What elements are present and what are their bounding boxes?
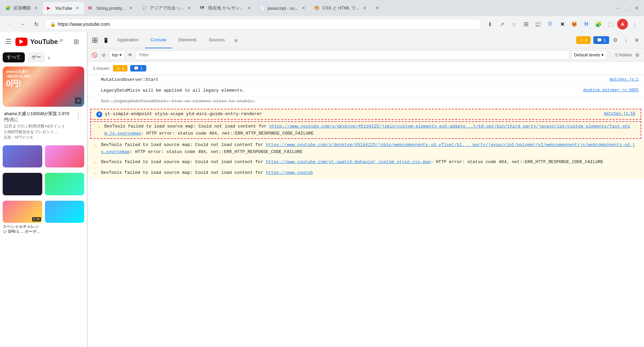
video-item-6[interactable] bbox=[45, 201, 85, 236]
tab-js-label: javascript - un... bbox=[268, 6, 299, 11]
tab-youtube-close[interactable]: ✕ bbox=[75, 5, 80, 11]
tab-maps-label: 現在地 からサン... bbox=[208, 5, 243, 11]
tab-extensions-favicon: 🧩 bbox=[5, 5, 11, 11]
video-item-3[interactable] bbox=[3, 173, 42, 198]
tab-elements[interactable]: Elements bbox=[173, 32, 202, 48]
chip-more-icon[interactable]: › bbox=[48, 54, 50, 61]
chip-all[interactable]: すべて bbox=[3, 52, 25, 62]
ext2-icon[interactable]: H bbox=[581, 19, 592, 30]
device-tool-button[interactable]: 📱 bbox=[101, 36, 110, 45]
tab-css[interactable]: 🎨 CSS と HTML で... ✕ bbox=[310, 2, 371, 14]
entry-6-warning-icon: ⚠ bbox=[93, 142, 98, 149]
bookmark-icon[interactable]: ☆ bbox=[508, 19, 519, 30]
profile-button[interactable]: A bbox=[617, 19, 628, 30]
tab-youtube[interactable]: ▶ YouTube ✕ bbox=[43, 2, 84, 14]
ext3-icon[interactable]: 🧩 bbox=[593, 19, 604, 30]
ext1-icon[interactable]: 🦊 bbox=[569, 19, 580, 30]
entry-7-url[interactable]: https://www.youtube.com/yt-swatch-behavi… bbox=[266, 159, 430, 164]
youtube-logo[interactable]: YouTube JP bbox=[15, 38, 63, 46]
ad-banner[interactable]: ahamo大盛り +80GB ¥1,980 0円! ↗ bbox=[3, 66, 84, 107]
devtools-more-button[interactable]: ⋮ bbox=[621, 36, 631, 45]
download-icon[interactable]: ⬇ bbox=[484, 19, 495, 30]
tab-asia-close[interactable]: ✕ bbox=[186, 5, 192, 11]
console-output: MutationObserver:Start matches.js:1 Lega… bbox=[88, 75, 644, 347]
info-badge[interactable]: 💬 1 bbox=[593, 36, 609, 44]
video-item-5[interactable]: 2:35 スペシャルチャレンジ SP6-1 ... ガーデ... bbox=[3, 201, 42, 236]
entry-4-link[interactable]: matches.js:10 bbox=[604, 111, 635, 117]
inspector-tool-button[interactable] bbox=[90, 36, 100, 45]
tab-sources[interactable]: Sources bbox=[204, 32, 230, 48]
svg-rect-2 bbox=[93, 41, 95, 43]
video-item-2[interactable] bbox=[45, 145, 85, 170]
back-button[interactable]: ← bbox=[4, 19, 15, 30]
entry-2-link[interactable]: desktop_polymer.js:9665 bbox=[583, 87, 639, 94]
tab-asia-favicon: 📰 bbox=[142, 5, 147, 11]
devtools-panel: 📱 Application Console Elements Sources »… bbox=[87, 32, 644, 347]
warning-badge[interactable]: ⚠ 4 bbox=[576, 36, 591, 44]
close-window-button[interactable]: ✕ bbox=[633, 5, 640, 11]
chip-game[interactable]: ゲー bbox=[28, 52, 45, 62]
console-entry-2: LegacyDataMixin will be applied to all l… bbox=[88, 86, 644, 97]
maximize-button[interactable]: ⬜ bbox=[624, 5, 631, 11]
tab-youtube-label: YouTube bbox=[55, 6, 72, 11]
issues-info-badge[interactable]: 💬 1 bbox=[130, 65, 146, 71]
lock-icon: 🔒 bbox=[50, 21, 56, 27]
context-selector[interactable]: top ▾ bbox=[109, 50, 125, 60]
main-area: ☰ YouTube JP ⊞ すべて ゲー › ahamo大盛り +80GB ¥… bbox=[0, 32, 644, 347]
hidden-settings-icon[interactable]: ⚙ bbox=[633, 51, 641, 59]
tab-js-close[interactable]: ✕ bbox=[301, 5, 306, 11]
default-levels-button[interactable]: Default levels ▾ bbox=[571, 50, 607, 60]
tab-application[interactable]: Application bbox=[112, 32, 144, 48]
console-entry-7: ⚠ DevTools failed to load source map: Co… bbox=[88, 157, 644, 168]
tab-maps[interactable]: 🗺 現在地 からサン... ✕ bbox=[196, 2, 255, 14]
tab-maps-close[interactable]: ✕ bbox=[246, 5, 252, 11]
save-icon[interactable]: 📰 bbox=[533, 19, 543, 30]
chrome-menu-button[interactable]: ⋮ bbox=[629, 19, 640, 30]
tab-extensions-close[interactable]: ✕ bbox=[34, 5, 39, 11]
tab-more-button[interactable]: » bbox=[231, 32, 240, 48]
devtools-settings-button[interactable]: ⚙ bbox=[610, 36, 620, 45]
stop-button[interactable]: ⊘ bbox=[100, 51, 108, 59]
forward-button[interactable]: → bbox=[17, 19, 28, 30]
video-item-1[interactable] bbox=[3, 145, 42, 170]
eye-button[interactable]: 👁 bbox=[126, 51, 134, 59]
entry-3-text: Set-_legacyUndefinedCheck: true on eleme… bbox=[101, 98, 639, 105]
tab-extensions[interactable]: 🧩 拡張機能 ✕ bbox=[1, 2, 43, 14]
tab-string-close[interactable]: ✕ bbox=[128, 5, 133, 11]
tab-css-close[interactable]: ✕ bbox=[362, 5, 367, 11]
google-apps-icon[interactable]: ⊞ bbox=[521, 19, 531, 30]
entry-1-link[interactable]: matches.js:1 bbox=[610, 77, 639, 83]
tab-js[interactable]: 📄 javascript - un... ✕ bbox=[256, 2, 311, 14]
video-item-4[interactable] bbox=[45, 173, 85, 198]
issues-warning-badge[interactable]: ⚠ 1 bbox=[113, 65, 127, 71]
address-text: https://www.youtube.com bbox=[58, 21, 110, 27]
hamburger-icon[interactable]: ☰ bbox=[5, 38, 11, 46]
video-thumb-3 bbox=[3, 173, 42, 195]
filter-input[interactable] bbox=[136, 50, 570, 60]
ad-line1: +80GB ¥1,980 bbox=[6, 74, 30, 78]
tab-string[interactable]: M String.prototy... ✕ bbox=[84, 2, 138, 14]
x-icon[interactable]: ✕ bbox=[557, 19, 568, 30]
entry-8-url[interactable]: https://www.youtub bbox=[266, 170, 313, 175]
browser-chrome: 🧩 拡張機能 ✕ ▶ YouTube ✕ M String.prototy...… bbox=[0, 0, 644, 32]
read-icon[interactable]: R bbox=[545, 19, 555, 30]
minimize-button[interactable]: − bbox=[614, 5, 621, 11]
tab-bar: 🧩 拡張機能 ✕ ▶ YouTube ✕ M String.prototy...… bbox=[0, 0, 644, 16]
clear-console-button[interactable]: 🚫 bbox=[90, 51, 98, 59]
devtools-close-button[interactable]: ✕ bbox=[632, 36, 641, 45]
address-input[interactable]: 🔒 https://www.youtube.com bbox=[44, 19, 482, 30]
share-icon[interactable]: ↗ bbox=[496, 19, 507, 30]
entry-6-url[interactable]: https://www.youtube.com/s/desktop/451d42… bbox=[101, 142, 635, 154]
create-icon[interactable]: ⊞ bbox=[71, 36, 82, 47]
video-info-4 bbox=[45, 195, 85, 198]
video-thumb-2 bbox=[45, 145, 85, 167]
tab-asia[interactable]: 📰 アジアで出会っ... ✕ bbox=[138, 2, 196, 14]
console-entry-4: 4 yt-simple-endpoint style-scope ytd-min… bbox=[90, 109, 641, 120]
add-tab-button[interactable]: + bbox=[373, 3, 382, 13]
ext4-icon[interactable]: ⬚ bbox=[605, 19, 616, 30]
issues-warning-icon: ⚠ bbox=[116, 66, 120, 71]
entry-5-url[interactable]: https://www.youtube.com/s/desktop/451d42… bbox=[104, 124, 630, 136]
refresh-button[interactable]: ↻ bbox=[31, 19, 42, 30]
tab-console[interactable]: Console bbox=[145, 32, 172, 48]
ad-more-button[interactable]: ⋮ bbox=[73, 111, 83, 121]
